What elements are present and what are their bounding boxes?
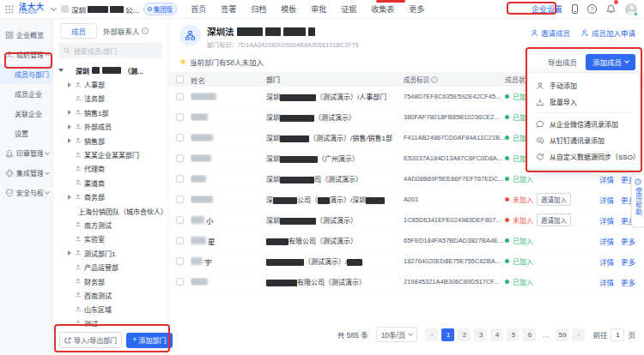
expand-arrow-icon[interactable] xyxy=(58,69,64,72)
nav-item-1[interactable]: 首页 xyxy=(191,3,206,15)
nav-item-5[interactable]: 审批 xyxy=(311,3,326,15)
expand-arrow-icon[interactable] xyxy=(67,124,72,129)
sidebar-item-集成管理[interactable]: 集成管理 xyxy=(0,163,52,183)
page-button-3[interactable]: 3 xyxy=(474,328,487,341)
sidebar-item-成员企业[interactable]: 成员企业 xyxy=(0,84,52,104)
import-export-dept-button[interactable]: 导入/导出部门 xyxy=(59,332,122,348)
sidebar-item-企业概览[interactable]: 企业概览 xyxy=(0,25,52,45)
tree-item[interactable]: 实验室 xyxy=(58,232,167,246)
tree-item[interactable]: 西南测试 xyxy=(58,288,167,302)
sidebar-item-安全与权限[interactable]: 安全与权限 xyxy=(0,183,52,202)
page-button-2[interactable]: 2 xyxy=(458,328,471,341)
tree-item[interactable]: 深圳（测... xyxy=(58,63,167,77)
tree-item[interactable]: 上海分销团队（城市合伙人） xyxy=(58,204,167,218)
sidebar-item-组织管理[interactable]: 组织管理 xyxy=(0,45,52,64)
redacted-text xyxy=(283,27,306,36)
row-checkbox[interactable] xyxy=(176,134,184,141)
nav-item-7[interactable]: 收集表 xyxy=(371,3,394,15)
invite-join-button[interactable]: 邀请加入 xyxy=(537,193,571,206)
nav-item-3[interactable]: 归档 xyxy=(251,3,266,15)
tree-item[interactable]: 法务部 xyxy=(58,92,167,105)
more-link[interactable]: 更多 xyxy=(621,256,635,267)
detail-link[interactable]: 详情 xyxy=(599,256,614,267)
nav-item-4[interactable]: 模板 xyxy=(281,3,296,15)
tree-item[interactable]: 销售部 xyxy=(58,134,167,147)
tree-item[interactable]: 山东区域 xyxy=(58,303,167,316)
nav-item-8[interactable]: 更多 xyxy=(409,3,424,15)
tree-item[interactable]: 渠道商 xyxy=(58,176,167,190)
next-page-button[interactable]: › xyxy=(572,328,585,341)
tree-item[interactable]: 测试部门1 xyxy=(58,246,167,260)
tree-item[interactable]: 外部成员 xyxy=(58,120,167,134)
prev-page-button[interactable]: ‹ xyxy=(425,328,438,341)
page-button-4[interactable]: 4 xyxy=(490,328,503,341)
enterprise-settings-link[interactable]: 企业设置 xyxy=(532,3,562,15)
detail-link[interactable]: 详情 xyxy=(599,236,614,246)
detail-link[interactable]: 详情 xyxy=(599,174,614,184)
more-link[interactable]: 更多 xyxy=(621,277,635,287)
current-company[interactable]: 深圳 公... xyxy=(71,4,139,15)
tree-item[interactable]: 人事部 xyxy=(58,77,167,91)
menu-item-从钉钉通讯录添加[interactable]: 从钉钉通讯录添加 xyxy=(528,132,639,148)
add-dept-button[interactable]: + 添加部门 xyxy=(126,333,172,348)
apps-grid-icon[interactable] xyxy=(5,5,14,14)
expand-arrow-icon[interactable] xyxy=(67,250,72,256)
user-avatar[interactable] xyxy=(625,3,637,15)
expand-arrow-icon[interactable] xyxy=(67,195,72,200)
row-checkbox[interactable] xyxy=(176,175,184,183)
usage-help-tab[interactable]: 使用帮助 xyxy=(631,174,644,227)
row-checkbox[interactable] xyxy=(176,196,184,203)
more-link[interactable]: 更多 xyxy=(621,236,635,246)
menu-item-批量导入[interactable]: 批量导入 xyxy=(528,93,639,110)
nav-item-2[interactable]: 签署 xyxy=(221,3,236,15)
row-checkbox[interactable] xyxy=(176,216,184,224)
page-button-59[interactable]: 59 xyxy=(556,328,568,341)
page-button-6[interactable]: 6 xyxy=(523,328,536,341)
row-checkbox[interactable] xyxy=(176,237,184,244)
tab-external-contacts[interactable]: 外部联系人 i xyxy=(103,26,149,36)
notifications-button[interactable] xyxy=(606,2,616,17)
sidebar-item-设置[interactable]: 设置 xyxy=(0,123,52,143)
row-checkbox[interactable] xyxy=(176,113,184,121)
tab-members[interactable]: 成员 xyxy=(60,23,97,39)
tree-item[interactable]: 财务部 xyxy=(58,274,167,288)
expand-arrow-icon[interactable] xyxy=(67,110,72,115)
sidebar-item-印章管理[interactable]: 印章管理 xyxy=(0,143,52,163)
page-button-5[interactable]: 5 xyxy=(507,328,519,341)
detail-link[interactable]: 详情 xyxy=(599,277,614,287)
row-checkbox[interactable] xyxy=(176,93,184,100)
row-checkbox[interactable] xyxy=(176,278,184,286)
select-all-checkbox[interactable] xyxy=(176,75,184,83)
page-size-select[interactable]: 10条/页 xyxy=(376,327,418,342)
sidebar-item-关联企业[interactable]: 关联企业 xyxy=(0,104,52,123)
nav-item-6[interactable]: 证据 xyxy=(341,3,356,15)
row-checkbox[interactable] xyxy=(176,257,184,265)
search-member-dept-input[interactable]: 搜索成员/部门 xyxy=(58,43,162,58)
goto-page-input[interactable]: 1 xyxy=(611,328,624,341)
invite-members-link[interactable]: 邀请成员 xyxy=(531,27,570,38)
mobile-app-icon[interactable] xyxy=(572,4,578,14)
menu-item-从企业微信通讯录添加[interactable]: 从企业微信通讯录添加 xyxy=(528,116,639,132)
tree-item[interactable]: 某某企业某某部门 xyxy=(58,147,167,161)
invite-join-button[interactable]: 邀请加入 xyxy=(537,214,571,226)
page-button-1[interactable]: 1 xyxy=(441,328,454,341)
detail-link[interactable]: 详情 xyxy=(599,215,614,226)
help-icon[interactable]: ? xyxy=(587,4,597,14)
tree-item[interactable]: 商务部 xyxy=(58,190,167,204)
tree-item[interactable]: 测试 xyxy=(58,316,167,327)
sidebar-item-成员与部门[interactable]: 成员与部门 xyxy=(0,64,52,84)
export-members-button[interactable]: 导出成员 xyxy=(548,57,577,67)
row-checkbox[interactable] xyxy=(176,154,184,162)
tree-item[interactable]: 代理商 xyxy=(58,162,167,176)
detail-link[interactable]: 详情 xyxy=(599,195,614,205)
tree-item[interactable]: 销售1部 xyxy=(58,105,167,119)
add-members-button[interactable]: 添加成员 xyxy=(586,54,635,70)
company-switcher-chevron-icon[interactable] xyxy=(51,5,57,11)
expand-arrow-icon[interactable] xyxy=(67,82,72,87)
join-requests-link[interactable]: 成员加入申请 xyxy=(581,27,635,38)
tree-item[interactable]: 产品运营部 xyxy=(58,260,167,274)
expand-arrow-icon[interactable] xyxy=(67,138,72,143)
tree-item[interactable]: 南方测试 xyxy=(58,218,167,232)
menu-item-从自定义数据源同步（SSO）[interactable]: 从自定义数据源同步（SSO） xyxy=(528,148,639,165)
menu-item-手动添加[interactable]: 手动添加 xyxy=(528,77,639,93)
